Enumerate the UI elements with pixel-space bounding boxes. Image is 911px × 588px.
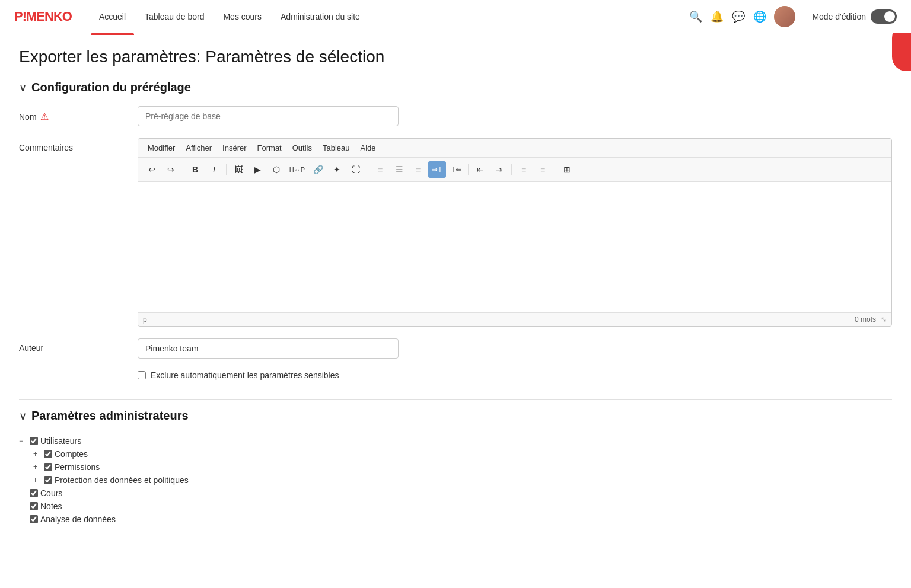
section-admin-header: ∨ Paramètres administrateurs bbox=[19, 409, 892, 423]
editor-tag: p bbox=[143, 315, 147, 324]
toolbar-fullscreen[interactable]: ⛶ bbox=[347, 161, 365, 178]
tree-check-comptes[interactable] bbox=[44, 450, 52, 458]
toolbar-sep-6 bbox=[555, 164, 555, 175]
menu-tableau[interactable]: Tableau bbox=[318, 141, 355, 155]
toolbar-sep-4 bbox=[468, 164, 469, 175]
editor-wrapper: Modifier Afficher Insérer Format Outils … bbox=[138, 138, 892, 327]
tree-check-utilisateurs[interactable] bbox=[30, 437, 38, 445]
toolbar-ltr[interactable]: ⇒T bbox=[428, 161, 446, 178]
editor-footer-right: 0 mots ⤡ bbox=[855, 315, 887, 324]
tree-toggle-permissions[interactable]: + bbox=[33, 463, 42, 471]
exclude-checkbox[interactable] bbox=[138, 371, 146, 379]
tree-check-protection[interactable] bbox=[44, 476, 52, 484]
section-admin-toggle[interactable]: ∨ bbox=[19, 410, 27, 423]
nom-row: Nom ⚠ bbox=[19, 106, 892, 126]
tree-check-analyse[interactable] bbox=[30, 515, 38, 523]
tree-toggle-cours[interactable]: + bbox=[19, 489, 27, 497]
navbar-actions: 🔍 🔔 💬 🌐 Mode d'édition bbox=[689, 6, 897, 27]
section-preset-title: Configuration du préréglage bbox=[31, 81, 191, 94]
menu-outils[interactable]: Outils bbox=[288, 141, 317, 155]
toolbar-undo[interactable]: ↩ bbox=[143, 161, 161, 178]
nom-label: Nom ⚠ bbox=[19, 106, 138, 122]
tree-label-notes: Notes bbox=[40, 501, 62, 511]
toolbar-align-right[interactable]: ≡ bbox=[409, 161, 427, 178]
page-title: Exporter les paramètres: Paramètres de s… bbox=[19, 47, 892, 66]
toolbar-special[interactable]: ✦ bbox=[328, 161, 346, 178]
auteur-label: Auteur bbox=[19, 338, 138, 353]
tree-item-notes: + Notes bbox=[19, 500, 892, 513]
tree-toggle-protection[interactable]: + bbox=[33, 476, 42, 484]
brand-prefix: P! bbox=[14, 9, 26, 24]
editor-body[interactable] bbox=[138, 182, 891, 312]
exclude-checkbox-row: Exclure automatiquement les paramètres s… bbox=[138, 370, 892, 380]
toolbar-bold[interactable]: B bbox=[186, 161, 204, 178]
section-admin-title: Paramètres administrateurs bbox=[31, 409, 189, 423]
edit-mode-label: Mode d'édition bbox=[812, 12, 866, 21]
translate-icon[interactable]: 🌐 bbox=[753, 9, 767, 24]
editor-footer: p 0 mots ⤡ bbox=[138, 312, 891, 326]
navbar: P!MENKO Accueil Tableau de bord Mes cour… bbox=[0, 0, 911, 33]
toolbar-table[interactable]: ⊞ bbox=[558, 161, 576, 178]
toolbar-outdent[interactable]: ⇤ bbox=[472, 161, 489, 178]
tree-check-cours[interactable] bbox=[30, 489, 38, 497]
bell-icon[interactable]: 🔔 bbox=[710, 9, 724, 24]
toolbar-sep-1 bbox=[183, 164, 183, 175]
tree-children-utilisateurs: + Comptes + Permissions + bbox=[33, 448, 892, 487]
menu-format[interactable]: Format bbox=[253, 141, 286, 155]
resize-handle[interactable]: ⤡ bbox=[881, 315, 887, 324]
tree-label-permissions: Permissions bbox=[55, 462, 100, 472]
commentaires-label: Commentaires bbox=[19, 138, 138, 152]
tree-item-protection: + Protection des données et politiques bbox=[33, 474, 892, 487]
menu-modifier[interactable]: Modifier bbox=[143, 141, 180, 155]
nav-administration[interactable]: Administration du site bbox=[272, 8, 368, 25]
nav-mes-cours[interactable]: Mes cours bbox=[215, 8, 270, 25]
exclude-checkbox-label[interactable]: Exclure automatiquement les paramètres s… bbox=[151, 370, 339, 380]
toolbar-rtl[interactable]: T⇐ bbox=[447, 161, 465, 178]
avatar-image bbox=[774, 6, 795, 27]
tree-item-comptes: + Comptes bbox=[33, 448, 892, 461]
nav-tableau-de-bord[interactable]: Tableau de bord bbox=[136, 8, 212, 25]
toolbar-sep-2 bbox=[226, 164, 227, 175]
toolbar-italic[interactable]: I bbox=[205, 161, 223, 178]
toolbar-ol[interactable]: ≡ bbox=[534, 161, 552, 178]
auteur-row: Auteur bbox=[19, 338, 892, 359]
avatar[interactable] bbox=[774, 6, 795, 27]
tree-label-utilisateurs: Utilisateurs bbox=[40, 436, 81, 446]
toolbar-redo[interactable]: ↪ bbox=[162, 161, 180, 178]
toolbar-hp[interactable]: H↔P bbox=[286, 161, 308, 178]
toolbar-align-left[interactable]: ≡ bbox=[371, 161, 389, 178]
editor-menubar: Modifier Afficher Insérer Format Outils … bbox=[138, 139, 891, 158]
nav-menu: Accueil Tableau de bord Mes cours Admini… bbox=[91, 8, 689, 25]
commentaires-row: Commentaires Modifier Afficher Insérer F… bbox=[19, 138, 892, 327]
tree-toggle-analyse[interactable]: + bbox=[19, 515, 27, 523]
menu-inserer[interactable]: Insérer bbox=[218, 141, 251, 155]
toolbar-ul[interactable]: ≡ bbox=[515, 161, 533, 178]
nav-accueil[interactable]: Accueil bbox=[91, 8, 134, 25]
nom-input[interactable] bbox=[138, 106, 399, 126]
edit-mode-switch[interactable] bbox=[871, 9, 897, 24]
chat-icon[interactable]: 💬 bbox=[731, 9, 746, 24]
toolbar-indent[interactable]: ⇥ bbox=[490, 161, 508, 178]
toolbar-cube[interactable]: ⬡ bbox=[267, 161, 285, 178]
brand-suffix: MENKO bbox=[26, 9, 72, 24]
toolbar-sep-5 bbox=[511, 164, 512, 175]
search-icon[interactable]: 🔍 bbox=[689, 9, 703, 24]
menu-aide[interactable]: Aide bbox=[356, 141, 381, 155]
menu-afficher[interactable]: Afficher bbox=[181, 141, 216, 155]
toolbar-image[interactable]: 🖼 bbox=[230, 161, 247, 178]
tree-check-notes[interactable] bbox=[30, 502, 38, 510]
toolbar-link[interactable]: 🔗 bbox=[309, 161, 327, 178]
nom-error-icon: ⚠ bbox=[40, 111, 49, 122]
tree-label-protection: Protection des données et politiques bbox=[55, 475, 189, 485]
brand-logo[interactable]: P!MENKO bbox=[14, 9, 72, 24]
tree-toggle-utilisateurs[interactable]: − bbox=[19, 437, 27, 445]
admin-tree: − Utilisateurs + Comptes + bbox=[19, 434, 892, 526]
toolbar-align-center[interactable]: ☰ bbox=[390, 161, 408, 178]
section-preset-toggle[interactable]: ∨ bbox=[19, 81, 27, 94]
tree-toggle-comptes[interactable]: + bbox=[33, 450, 42, 458]
editor-toolbar: ↩ ↪ B I 🖼 ▶ ⬡ H↔P 🔗 ✦ ⛶ ≡ ☰ ≡ bbox=[138, 158, 891, 182]
tree-toggle-notes[interactable]: + bbox=[19, 502, 27, 510]
tree-check-permissions[interactable] bbox=[44, 463, 52, 471]
auteur-input[interactable] bbox=[138, 338, 399, 359]
toolbar-media[interactable]: ▶ bbox=[249, 161, 266, 178]
